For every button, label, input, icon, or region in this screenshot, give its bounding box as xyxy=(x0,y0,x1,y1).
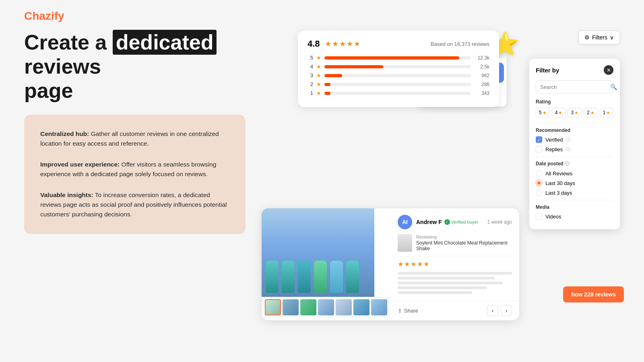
headline-part2: reviews xyxy=(24,55,101,78)
nav-buttons: ‹ › xyxy=(487,305,512,316)
filter-option-all-reviews: All Reviews xyxy=(536,170,613,177)
feature-1-title: Centralized hub: xyxy=(40,130,89,137)
bar-track-2 xyxy=(324,83,471,86)
last-30-radio[interactable] xyxy=(536,180,542,186)
prev-review-button[interactable]: ‹ xyxy=(487,305,498,316)
review-star-1: ★ xyxy=(398,260,403,268)
last-3-radio[interactable] xyxy=(536,189,542,196)
rating-filter-1[interactable]: 1 ★ xyxy=(600,108,614,117)
feature-item-3: Valuable insights: To increase conversio… xyxy=(40,190,229,219)
videos-checkbox[interactable] xyxy=(536,213,542,220)
bottle-1 xyxy=(266,261,279,293)
bar-track-4 xyxy=(324,65,471,68)
review-text-lines xyxy=(398,272,512,294)
filters-trigger-button[interactable]: ⚙ Filters ∨ xyxy=(578,31,620,44)
review-detail: AI Andrew F ✓ Verified buyer xyxy=(390,208,519,300)
verified-checkbox[interactable]: ✓ xyxy=(536,136,542,143)
rating-filter-4[interactable]: 4 ★ xyxy=(552,108,566,117)
rating-filter-2[interactable]: 2 ★ xyxy=(584,108,598,117)
filter-search-box[interactable]: 🔍 xyxy=(536,80,613,93)
date-info-icon: ⓘ xyxy=(565,161,569,166)
bar-fill-1 xyxy=(324,92,330,95)
filter-option-last-3: Last 3 days xyxy=(536,189,613,196)
filter-lines-icon: ⚙ xyxy=(584,34,590,41)
filter-option-verified: ✓ Verified ⓘ xyxy=(536,136,613,143)
verified-label: Verified buyer xyxy=(451,220,478,224)
thumbnail-6[interactable] xyxy=(353,299,369,315)
reviewer-info: AI Andrew F ✓ Verified buyer xyxy=(398,215,512,229)
verified-info-icon: ⓘ xyxy=(566,137,570,143)
bar-row-3: 3 ★ 962 xyxy=(308,72,489,78)
bottle-2 xyxy=(282,261,295,293)
all-reviews-label: All Reviews xyxy=(545,171,572,177)
filter-panel-header: Filter by ✕ xyxy=(536,65,613,75)
feature-item-2: Improved user experience: Offer visitors… xyxy=(40,160,229,179)
feature-2-title: Improved user experience: xyxy=(40,161,120,168)
bar-row-5: 5 ★ 12.3k xyxy=(308,55,489,61)
review-line-3 xyxy=(398,282,503,284)
bottles-container xyxy=(262,257,374,297)
all-reviews-radio[interactable] xyxy=(536,170,542,177)
replies-checkbox[interactable] xyxy=(536,146,542,152)
filter-search-input[interactable] xyxy=(540,84,608,90)
rating-filter-3[interactable]: 3 ★ xyxy=(568,108,582,117)
bar-row-1: 1 ★ 343 xyxy=(308,90,489,96)
thumbnail-5[interactable] xyxy=(336,299,352,315)
filter-panel-title: Filter by xyxy=(536,67,559,74)
show-reviews-button[interactable]: how 229 reviews xyxy=(563,286,624,302)
share-button[interactable]: ⇪ Share xyxy=(398,308,418,314)
review-content: AI Andrew F ✓ Verified buyer xyxy=(390,208,519,320)
bar-fill-3 xyxy=(324,74,342,77)
review-star-3: ★ xyxy=(411,260,416,268)
bottle-6 xyxy=(346,261,359,293)
rating-star-5: ★ xyxy=(354,39,360,48)
filter-close-button[interactable]: ✕ xyxy=(604,65,613,75)
videos-label: Videos xyxy=(545,214,561,220)
thumbnail-3[interactable] xyxy=(300,299,316,315)
thumbnail-1[interactable] xyxy=(265,299,281,315)
bar-fill-2 xyxy=(324,83,330,86)
rating-filter-5[interactable]: 5 ★ xyxy=(536,108,550,117)
headline: Create a dedicated reviews page xyxy=(24,31,246,103)
product-thumbnail xyxy=(398,234,412,252)
avatar-initials: AI xyxy=(402,219,408,225)
bar-track-5 xyxy=(324,56,471,60)
thumbnail-4[interactable] xyxy=(318,299,334,315)
thumbnail-7[interactable] xyxy=(371,299,387,315)
review-star-2: ★ xyxy=(404,260,410,268)
page-wrapper: Chazify Create a dedicated reviews page … xyxy=(0,0,644,362)
divider-2 xyxy=(536,156,613,157)
verified-badge: ✓ Verified buyer xyxy=(444,219,478,225)
review-photo-column xyxy=(262,208,390,320)
logo: Chazify xyxy=(24,10,620,23)
next-review-button[interactable]: › xyxy=(501,305,512,316)
bar-track-1 xyxy=(324,92,471,95)
last-3-label: Last 3 days xyxy=(545,190,572,196)
main-content: Create a dedicated reviews page Centrali… xyxy=(0,31,644,362)
review-stars: ★ ★ ★ ★ ★ xyxy=(398,260,512,268)
rating-based-on: Based on 16,373 reviews xyxy=(431,41,489,47)
filters-button-label: Filters xyxy=(592,34,607,41)
rating-score: 4.8 xyxy=(308,39,320,49)
review-line-5 xyxy=(398,291,472,294)
rating-star-1: ★ xyxy=(325,39,331,48)
headline-part1: Create a xyxy=(24,31,113,54)
feature-3-title: Valuable insights: xyxy=(40,191,93,198)
replies-option-label: Replies xyxy=(545,146,563,152)
review-star-4: ★ xyxy=(417,260,423,268)
rating-star-2: ★ xyxy=(332,39,339,48)
rating-star-3: ★ xyxy=(339,39,346,48)
review-star-5: ★ xyxy=(423,260,429,268)
filter-option-videos: Videos xyxy=(536,213,613,220)
replies-info-icon: ⓘ xyxy=(566,146,570,152)
right-section: ★ ★ ★ ★ ★ ⭐ 4.8 ★ ★ ★ ★ ★ xyxy=(262,31,620,336)
search-icon: 🔍 xyxy=(610,84,617,90)
reviewer-name-row: Andrew F ✓ Verified buyer xyxy=(416,219,478,225)
product-name: Soylent Mint Chocolate Meal Replacement … xyxy=(416,240,512,251)
headline-highlight: dedicated xyxy=(113,30,217,55)
header: Chazify xyxy=(0,0,644,23)
date-posted-label: Date posted xyxy=(536,161,564,167)
share-icon: ⇪ xyxy=(398,308,402,314)
thumbnail-2[interactable] xyxy=(283,299,299,315)
product-info: Reviewing Soylent Mint Chocolate Meal Re… xyxy=(416,234,512,251)
